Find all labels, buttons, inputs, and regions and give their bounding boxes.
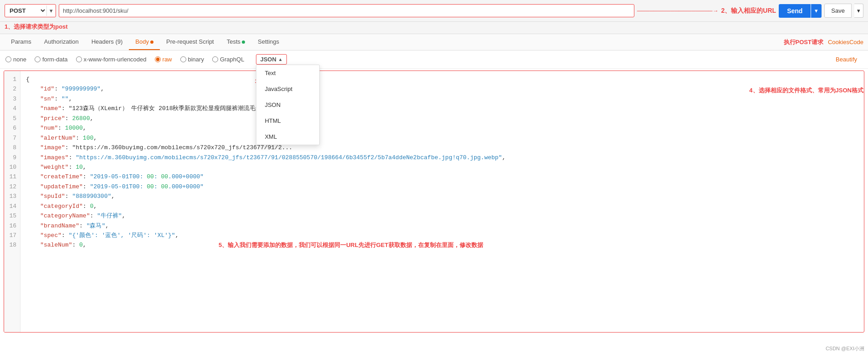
- radio-raw[interactable]: raw: [155, 56, 172, 63]
- json-select-wrapper: JSON ▲ Text JavaScript JSON HTML XML: [256, 54, 286, 65]
- method-select-wrapper: GETPOSTPUTDELETEPATCHHEADOPTIONS ▾: [5, 4, 56, 17]
- json-format-btn[interactable]: JSON ▲: [256, 54, 286, 65]
- format-option-text[interactable]: Text: [256, 65, 319, 81]
- tab-headers[interactable]: Headers (9): [85, 34, 129, 50]
- url-label: 2、输入相应的URL: [721, 7, 776, 15]
- tab-authorization[interactable]: Authorization: [38, 34, 85, 50]
- radio-urlencoded[interactable]: x-www-form-urlencoded: [76, 56, 147, 63]
- tab-settings[interactable]: Settings: [251, 34, 286, 50]
- send-group: Send ▾: [779, 4, 822, 18]
- radio-binary[interactable]: binary: [180, 56, 204, 63]
- tab-tests[interactable]: Tests: [220, 34, 251, 50]
- tab-link-cookies[interactable]: Cookies: [828, 39, 849, 45]
- line-numbers: 123456789101112131415161718: [4, 71, 20, 332]
- json-caret-icon: ▲: [278, 57, 283, 62]
- format-dropdown: Text JavaScript JSON HTML XML: [256, 65, 320, 145]
- beautify-button[interactable]: Beautify: [836, 56, 863, 63]
- method-select[interactable]: GETPOSTPUTDELETEPATCHHEADOPTIONS: [5, 5, 46, 17]
- send-dropdown-button[interactable]: ▾: [811, 4, 822, 18]
- format-option-xml[interactable]: XML: [256, 129, 319, 145]
- tab-pre-request[interactable]: Pre-request Script: [160, 34, 220, 50]
- url-arrow-annotation: ──────────────────→: [637, 7, 719, 14]
- radio-graphql[interactable]: GraphQL: [212, 56, 244, 63]
- format-option-javascript[interactable]: JavaScript: [256, 81, 319, 97]
- send-annotation: 执行POST请求: [784, 38, 823, 46]
- top-annotation: 1、选择请求类型为post: [0, 22, 868, 34]
- radio-none[interactable]: none: [5, 56, 26, 63]
- tab-params[interactable]: Params: [5, 34, 38, 50]
- body-dot: [150, 40, 153, 44]
- tabs-row: Params Authorization Headers (9) Body Pr…: [0, 34, 868, 50]
- tab-body[interactable]: Body: [129, 34, 160, 50]
- url-input-wrapper: [59, 4, 634, 17]
- code-content[interactable]: { "id": "999999999", "sn": "", "name": "…: [20, 71, 864, 332]
- radio-form-data[interactable]: form-data: [35, 56, 68, 63]
- method-annotation-text: 1、选择请求类型为post: [5, 23, 68, 30]
- save-button[interactable]: Save: [824, 4, 852, 18]
- url-input[interactable]: [59, 5, 634, 17]
- tests-dot: [242, 40, 245, 44]
- top-bar: GETPOSTPUTDELETEPATCHHEADOPTIONS ▾ ─────…: [0, 0, 868, 22]
- code-editor[interactable]: 123456789101112131415161718 { "id": "999…: [4, 71, 864, 333]
- format-option-html[interactable]: HTML: [256, 113, 319, 129]
- format-option-json[interactable]: JSON: [256, 97, 319, 113]
- method-dropdown-btn[interactable]: ▾: [46, 5, 56, 16]
- tabs-area: Params Authorization Headers (9) Body Pr…: [0, 34, 868, 50]
- save-dropdown-button[interactable]: ▾: [854, 4, 863, 18]
- radio-row: none form-data x-www-form-urlencoded raw…: [0, 50, 868, 69]
- tab-link-code[interactable]: Code: [849, 39, 863, 45]
- send-button[interactable]: Send: [779, 4, 811, 18]
